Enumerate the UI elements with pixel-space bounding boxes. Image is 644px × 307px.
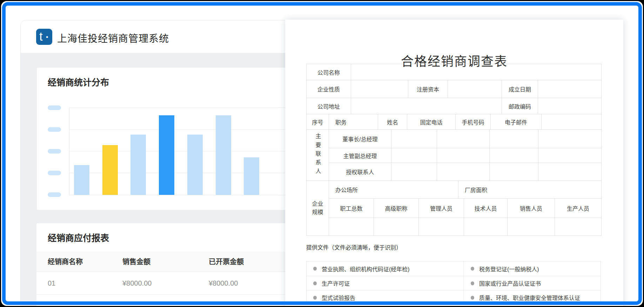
chart-bar — [74, 165, 89, 195]
bullet-icon — [313, 267, 317, 271]
payable-report-card: 经销商应付报表 经销商名称 销售金额 已开票金额 01 ¥8000.00 ¥80… — [36, 223, 311, 306]
axis-tick-placeholder — [48, 127, 61, 132]
dashboard-card: t · 上海佳投经销商管理系统 经销商统计分布 — [20, 20, 311, 306]
office-premises-label: 办公场所 — [329, 181, 458, 198]
gridline — [69, 108, 311, 108]
contact-email-field[interactable] — [538, 148, 601, 163]
contact-row: 授权联系人 — [329, 163, 601, 180]
docs-note: 提供文件（文件必须清晰，便于识别） — [306, 243, 402, 251]
app-window: t · 上海佳投经销商管理系统 经销商统计分布 — [1, 1, 643, 306]
scale-premises-row: 办公场所 厂房面积 — [329, 181, 601, 198]
axis-tick-placeholder — [48, 105, 61, 110]
chart-card: 经销商统计分布 — [37, 68, 311, 210]
bullet-icon — [471, 267, 474, 271]
column-header: 经销商名称 — [48, 252, 83, 272]
contact-name-field[interactable] — [391, 163, 437, 180]
chart-bar — [244, 157, 259, 195]
x-axis-line — [69, 195, 311, 195]
reg-capital-field[interactable] — [448, 80, 502, 98]
company-name-label: 公司名称 — [307, 64, 351, 80]
position-header: 职务 — [329, 114, 378, 129]
doc-item-label: 生产许可证 — [322, 279, 350, 287]
chart-bar — [102, 145, 118, 195]
doc-item: 型式试验报告 — [307, 291, 463, 305]
screen: t · 上海佳投经销商管理系统 经销商统计分布 — [0, 0, 644, 307]
sales-field[interactable] — [507, 218, 555, 236]
chart-bar — [130, 135, 146, 195]
postal-code-field[interactable] — [538, 98, 601, 114]
doc-item-label: 营业执照、组织机构代码证(经年检) — [322, 265, 410, 273]
postal-code-label: 邮政编码 — [502, 98, 538, 114]
survey-table: 公司名称 企业性质 注册资本 成立日期 公司地址 邮政编码 序号 — [306, 64, 602, 236]
sales-amount-cell: ¥8000.00 — [122, 272, 152, 295]
bullet-icon — [471, 281, 474, 285]
nature-field[interactable] — [351, 80, 408, 98]
form-row-company-name: 公司名称 — [307, 64, 601, 80]
docs-row: 营业执照、组织机构代码证(经年检) 税务登记证(一般纳税人) — [307, 261, 601, 276]
dealer-name-cell: 01 — [48, 272, 55, 295]
app-title: 上海佳投经销商管理系统 — [57, 31, 169, 45]
axis-tick-placeholder — [48, 149, 61, 154]
enterprise-scale-label: 企业规模 — [307, 181, 329, 236]
technical-label: 技术人员 — [464, 199, 507, 218]
scale-staff-value-row — [329, 218, 601, 236]
contact-row: 主管副总经理 — [329, 148, 601, 163]
column-header: 已开票金额 — [209, 252, 244, 272]
landline-header: 固定电话 — [407, 114, 455, 129]
bullet-icon — [313, 296, 317, 300]
senior-title-field[interactable] — [374, 218, 418, 236]
contact-name-field[interactable] — [391, 148, 437, 163]
contact-mobile-field[interactable] — [489, 163, 538, 180]
chart-bar — [159, 115, 174, 195]
doc-item-label: 税务登记证(一般纳税人) — [479, 265, 539, 273]
contact-mobile-field[interactable] — [489, 148, 538, 163]
contact-landline-field[interactable] — [437, 130, 489, 148]
est-date-field[interactable] — [538, 80, 601, 98]
chart-bar — [216, 115, 231, 195]
contact-role: 授权联系人 — [329, 163, 391, 180]
logo-dot: · — [46, 31, 49, 43]
doc-item: 税务登记证(一般纳税人) — [463, 261, 601, 276]
production-field[interactable] — [555, 218, 601, 236]
gridline — [69, 129, 311, 130]
company-name-field[interactable] — [351, 64, 601, 80]
contact-landline-field[interactable] — [437, 148, 489, 163]
doc-item: 国家或行业产品认证证书 — [463, 276, 601, 290]
main-contacts-label: 主要联系人 — [307, 130, 329, 180]
table-header-row: 经销商名称 销售金额 已开票金额 — [36, 252, 311, 272]
survey-form-panel: 合格经销商调查表 公司名称 企业性质 注册资本 成立日期 公司地址 邮政编码 — [285, 20, 623, 306]
table-row[interactable]: 01 ¥8000.00 ¥8000.00 — [36, 272, 311, 295]
email-header: 电子邮件 — [490, 114, 541, 129]
axis-tick-placeholder — [48, 192, 61, 197]
doc-item-label: 质量、环境、职业健康安全管理体系认证 — [479, 293, 580, 302]
app-logo-icon: t · — [36, 29, 52, 45]
nature-label: 企业性质 — [307, 80, 351, 98]
staff-total-field[interactable] — [329, 218, 374, 236]
staff-total-label: 职工总数 — [329, 199, 374, 218]
docs-checklist: 营业执照、组织机构代码证(经年检) 税务登记证(一般纳税人) 生产许可证 国家或… — [306, 261, 601, 305]
contact-email-field[interactable] — [538, 163, 601, 180]
management-field[interactable] — [418, 218, 464, 236]
contact-header-empty — [541, 114, 601, 129]
docs-row: 型式试验报告 质量、环境、职业健康安全管理体系认证 — [307, 290, 601, 305]
payable-title: 经销商应付报表 — [48, 231, 109, 244]
column-header: 销售金额 — [122, 252, 150, 272]
contact-mobile-field[interactable] — [489, 130, 538, 148]
contact-landline-field[interactable] — [437, 163, 489, 180]
chart-bar — [187, 135, 203, 195]
enterprise-scale-group: 企业规模 办公场所 厂房面积 职工总数 高级职称 管理人员 技术人员 销售人员 … — [307, 180, 601, 236]
technical-field[interactable] — [464, 218, 507, 236]
sales-label: 销售人员 — [507, 199, 555, 218]
app-header: t · 上海佳投经销商管理系统 — [21, 20, 311, 53]
contact-email-field[interactable] — [538, 130, 601, 148]
axis-tick-placeholder — [48, 171, 61, 175]
contact-header-row: 序号 职务 姓名 固定电话 手机号码 电子邮件 — [307, 114, 601, 129]
invoiced-amount-cell: ¥8000.00 — [209, 272, 238, 295]
contact-name-field[interactable] — [391, 130, 437, 148]
doc-item-label: 国家或行业产品认证证书 — [479, 279, 541, 287]
seq-header: 序号 — [307, 114, 329, 129]
address-field[interactable] — [351, 98, 502, 114]
reg-capital-label: 注册资本 — [408, 80, 448, 98]
form-row-address: 公司地址 邮政编码 — [307, 98, 601, 114]
mobile-header: 手机号码 — [455, 114, 490, 129]
